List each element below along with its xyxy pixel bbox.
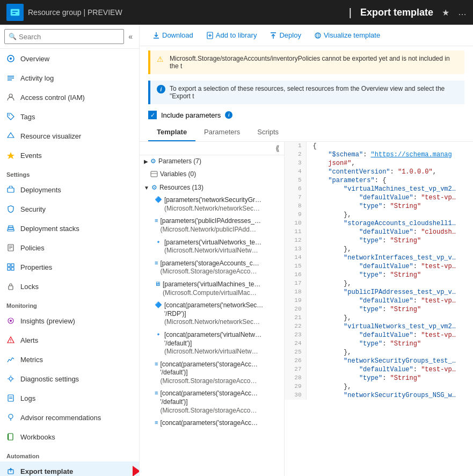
download-button[interactable]: Download — [148, 29, 198, 41]
svg-rect-15 — [9, 226, 13, 227]
code-line-6: 6 "virtualMachines_test_vp_vm2… — [285, 185, 473, 193]
visualize-icon — [314, 32, 322, 39]
line-content-25: }, — [306, 348, 473, 357]
tree-item-res1[interactable]: 🔷 [parameters('networkSecurityGr…(Micros… — [140, 194, 284, 215]
svg-point-26 — [10, 320, 12, 322]
schema-link[interactable]: "https://schema.manag — [371, 151, 452, 158]
app-icon — [6, 4, 24, 21]
logs-icon — [6, 394, 15, 402]
tree-item-res3[interactable]: 🔹 [parameters('virtualNetworks_te…(Micro… — [140, 236, 284, 257]
sidebar-item-access-control[interactable]: Access control (IAM) — [0, 88, 139, 107]
sidebar-item-security[interactable]: Security — [0, 199, 139, 219]
tree-item-res8[interactable]: ≡ [concat(parameters('storageAcc…'/defau… — [140, 358, 284, 388]
tree-item-res4[interactable]: ≡ [parameters('storageAccounts_c…(Micros… — [140, 257, 284, 278]
sidebar-item-alerts[interactable]: Alerts — [0, 330, 139, 350]
more-icon[interactable]: … — [458, 8, 467, 17]
sidebar-item-label: Deployments — [20, 186, 61, 194]
res6-icon: 🔷 — [155, 301, 162, 308]
sidebar-item-label: Tags — [20, 113, 35, 121]
line-content-17: }, — [306, 279, 473, 288]
tree-item-variables[interactable]: ▶ Variables (0) — [140, 168, 284, 182]
deploy-button[interactable]: Deploy — [265, 29, 305, 41]
res5-icon: 🖥 — [155, 280, 161, 287]
line-num-10: 10 — [285, 219, 306, 228]
resources-icon: ⚙ — [151, 184, 157, 191]
line-content-21: }, — [306, 314, 473, 322]
tab-scripts-label: Scripts — [257, 128, 279, 136]
sidebar-item-activity-log[interactable]: Activity log — [0, 68, 139, 88]
sidebar-item-events[interactable]: Events — [0, 146, 139, 165]
tree-item-res6-label: [concat(parameters('networkSec…'/RDP')](… — [164, 301, 263, 327]
tree-item-res9[interactable]: ≡ [concat(parameters('storageAcc…'/defau… — [140, 387, 284, 417]
add-to-library-button[interactable]: Add to library — [202, 29, 261, 41]
tree-item-parameters[interactable]: ▶ ⚙ Parameters (7) — [140, 155, 284, 168]
res4-icon: ≡ — [155, 259, 158, 266]
tree-item-res10[interactable]: ≡ [concat(parameters('storageAcc… — [140, 417, 284, 430]
search-icon: 🔍 — [9, 33, 17, 40]
sidebar-item-deployment-stacks[interactable]: Deployment stacks — [0, 219, 139, 238]
sidebar-item-tags[interactable]: Tags — [0, 107, 139, 126]
svg-rect-7 — [8, 80, 12, 81]
access-control-icon — [6, 93, 15, 102]
svg-rect-23 — [11, 268, 14, 270]
include-params-label: Include parameters — [161, 111, 221, 119]
sidebar-item-logs[interactable]: Logs — [0, 388, 139, 408]
search-wrap: 🔍 — [4, 29, 124, 44]
tree-item-res1-label: [parameters('networkSecurityGr…(Microsof… — [164, 196, 261, 213]
sidebar-item-export-template[interactable]: Export template — [0, 461, 139, 476]
res8-icon: ≡ — [155, 360, 158, 367]
visualize-template-button[interactable]: Visualize template — [310, 29, 384, 41]
locks-icon — [6, 282, 15, 291]
include-params-row: Include parameters i — [140, 109, 473, 124]
line-content-22: "virtualNetworks_test_vp_vm2… — [306, 322, 473, 331]
sidebar-search-container: 🔍 « — [0, 25, 139, 49]
sidebar-item-properties[interactable]: Properties — [0, 257, 139, 277]
include-params-info-icon[interactable]: i — [225, 111, 232, 119]
sidebar-section-automation: Automation — [0, 446, 139, 461]
tree-item-res5[interactable]: 🖥 [parameters('virtualMachines_te…(Micro… — [140, 278, 284, 299]
code-line-7: 7 "defaultValue": "test-vp… — [285, 193, 473, 202]
svg-rect-20 — [8, 264, 10, 266]
line-content-19: "defaultValue": "test-vp… — [306, 297, 473, 305]
sidebar-item-policies[interactable]: Policies — [0, 238, 139, 257]
tags-icon — [6, 112, 15, 121]
sidebar-item-resource-visualizer[interactable]: Resource visualizer — [0, 126, 139, 146]
tree-item-res7[interactable]: 🔹 [concat(parameters('virtualNetw…'/defa… — [140, 329, 284, 358]
sidebar-item-advisor-recommendations[interactable]: Advisor recommendations — [0, 408, 139, 427]
warning-alert: ⚠ Microsoft.Storage/storageAccounts/inve… — [148, 51, 464, 74]
sidebar-item-diagnostic-settings[interactable]: Diagnostic settings — [0, 369, 139, 388]
advisor-icon — [6, 413, 15, 422]
sidebar-item-locks[interactable]: Locks — [0, 277, 139, 296]
sidebar-item-deployments[interactable]: Deployments — [0, 180, 139, 199]
sidebar-item-label: Workbooks — [20, 433, 55, 441]
code-line-12: 12 "type": "String" — [285, 236, 473, 245]
tree-item-res2[interactable]: ≡ [parameters('publicIPAddresses_…(Micro… — [140, 215, 284, 236]
line-num-20: 20 — [285, 305, 306, 314]
tab-template[interactable]: Template — [148, 124, 195, 141]
sidebar-item-overview[interactable]: Overview — [0, 49, 139, 68]
alerts-icon — [6, 336, 15, 344]
line-content-10: "storageAccounts_cloudshell1… — [306, 219, 473, 228]
sidebar-item-insights[interactable]: Insights (preview) — [0, 311, 139, 330]
tab-scripts[interactable]: Scripts — [249, 124, 287, 141]
search-input[interactable] — [4, 29, 124, 44]
sidebar-item-label: Export template — [20, 467, 73, 475]
include-params-checkbox[interactable] — [148, 111, 157, 119]
sidebar-item-metrics[interactable]: Metrics — [0, 350, 139, 369]
info-text: To export a selection of these resources… — [170, 85, 458, 100]
sidebar-item-label: Activity log — [20, 74, 54, 82]
policies-icon — [6, 243, 15, 252]
tree-collapse-button[interactable]: ⟪ — [275, 144, 280, 153]
tree-item-resources[interactable]: ▼ ⚙ Resources (13) — [140, 182, 284, 194]
star-icon[interactable]: ★ — [442, 8, 449, 18]
resource-visualizer-icon — [6, 132, 15, 140]
sidebar-collapse-button[interactable]: « — [126, 31, 135, 42]
line-num-12: 12 — [285, 236, 306, 245]
tree-item-res6[interactable]: 🔷 [concat(parameters('networkSec…'/RDP')… — [140, 299, 284, 329]
line-num-14: 14 — [285, 254, 306, 262]
sidebar-item-label: Deployment stacks — [20, 225, 79, 233]
tab-parameters[interactable]: Parameters — [195, 124, 249, 141]
line-num-1: 1 — [285, 142, 306, 150]
sidebar-item-workbooks[interactable]: Workbooks — [0, 427, 139, 446]
line-content-24: "type": "String" — [306, 340, 473, 348]
